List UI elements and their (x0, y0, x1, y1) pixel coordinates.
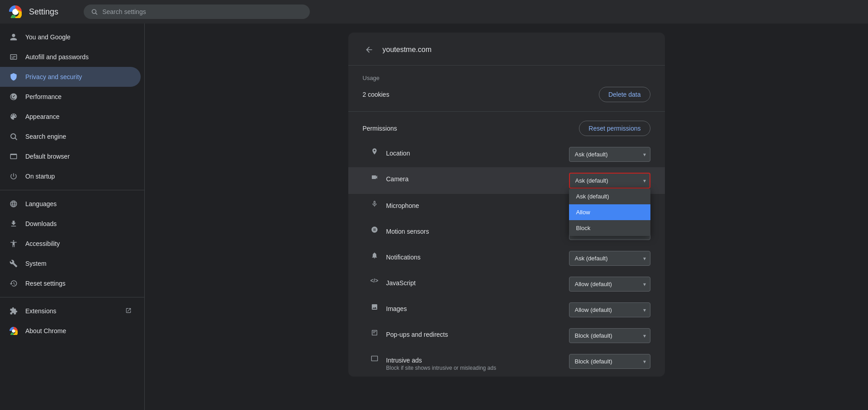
javascript-icon: </> (370, 278, 379, 284)
sidebar-item-privacy[interactable]: Privacy and security (0, 67, 141, 87)
site-name: youtestme.com (383, 46, 432, 54)
power-icon (9, 172, 18, 181)
usage-row: 2 cookies Delete data (363, 87, 650, 102)
camera-select[interactable]: Ask (default) Allow Block (569, 173, 650, 189)
sidebar-item-autofill[interactable]: Autofill and passwords (0, 47, 141, 67)
search-nav-icon (9, 132, 18, 141)
intrusive-ads-label-wrapper: Intrusive ads Block if site shows intrus… (386, 354, 562, 371)
svg-point-7 (12, 330, 14, 332)
permissions-header: Permissions Reset permissions (348, 112, 665, 141)
delete-data-button[interactable]: Delete data (599, 87, 650, 102)
svg-line-5 (15, 138, 17, 140)
location-select[interactable]: Ask (default) Allow Block (569, 147, 650, 162)
reset-permissions-button[interactable]: Reset permissions (579, 121, 650, 136)
badge-icon (9, 52, 18, 61)
search-input[interactable] (102, 8, 303, 15)
sidebar-label-privacy: Privacy and security (25, 73, 132, 80)
shield-icon (9, 72, 18, 81)
javascript-select[interactable]: Allow (default) Block (569, 277, 650, 292)
svg-line-3 (95, 13, 97, 14)
sidebar-item-appearance[interactable]: Appearance (0, 107, 141, 127)
sidebar-item-extensions[interactable]: Extensions (0, 301, 141, 321)
sidebar-label-default-browser: Default browser (25, 153, 132, 160)
svg-point-1 (14, 10, 17, 14)
popups-select-wrapper: Block (default) Allow ▾ (569, 328, 650, 343)
microphone-icon (370, 200, 379, 207)
camera-icon (370, 174, 379, 181)
download-icon (9, 219, 18, 228)
intrusive-ads-select[interactable]: Block (default) Allow (569, 354, 650, 369)
camera-dropdown: Ask (default) Allow Block (569, 189, 650, 236)
motion-sensors-label: Motion sensors (386, 225, 562, 235)
sidebar-item-accessibility[interactable]: Accessibility (0, 234, 141, 254)
sidebar-item-search-engine[interactable]: Search engine (0, 127, 141, 146)
permission-row-popups: Pop-ups and redirects Block (default) Al… (348, 323, 665, 349)
content-panel: youtestme.com Usage 2 cookies Delete dat… (348, 33, 665, 377)
permission-row-images: Images Allow (default) Block ▾ (348, 297, 665, 323)
sidebar-item-languages[interactable]: Languages (0, 194, 141, 214)
history-icon (9, 279, 18, 288)
back-button[interactable] (363, 43, 375, 56)
search-icon (91, 8, 98, 15)
location-icon (370, 148, 379, 155)
sidebar-item-on-startup[interactable]: On startup (0, 166, 141, 186)
person-icon (9, 33, 18, 42)
browser-icon (9, 152, 18, 161)
search-bar[interactable] (84, 5, 310, 19)
images-icon (370, 303, 379, 311)
sidebar-label-about-chrome: About Chrome (25, 327, 132, 335)
accessibility-icon (9, 239, 18, 248)
camera-option-allow[interactable]: Allow (569, 204, 650, 220)
sidebar-item-about-chrome[interactable]: About Chrome (0, 321, 141, 341)
cookies-text: 2 cookies (363, 91, 389, 98)
camera-option-block[interactable]: Block (569, 220, 650, 236)
notifications-select[interactable]: Ask (default) Allow Block (569, 251, 650, 266)
javascript-label: JavaScript (386, 277, 562, 287)
topbar: Settings (0, 0, 868, 24)
svg-point-2 (92, 9, 96, 14)
wrench-icon (9, 259, 18, 268)
motion-sensors-icon (370, 226, 379, 233)
sidebar-label-languages: Languages (25, 200, 132, 207)
sidebar-item-downloads[interactable]: Downloads (0, 214, 141, 234)
sidebar-label-search-engine: Search engine (25, 133, 132, 140)
images-label: Images (386, 302, 562, 312)
sidebar-label-you-and-google: You and Google (25, 33, 132, 41)
popups-label: Pop-ups and redirects (386, 328, 562, 338)
sidebar-label-system: System (25, 260, 132, 267)
sidebar: You and Google Autofill and passwords Pr… (0, 24, 145, 410)
sidebar-label-accessibility: Accessibility (25, 240, 132, 247)
sidebar-item-performance[interactable]: Performance (0, 87, 141, 107)
sidebar-label-extensions: Extensions (25, 307, 118, 315)
svg-point-4 (11, 134, 16, 139)
sidebar-item-reset[interactable]: Reset settings (0, 273, 141, 293)
sidebar-item-you-and-google[interactable]: You and Google (0, 27, 141, 47)
sidebar-divider-1 (0, 190, 144, 190)
sidebar-item-default-browser[interactable]: Default browser (0, 146, 141, 166)
permission-row-location: Location Ask (default) Allow Block ▾ (348, 141, 665, 167)
popups-select[interactable]: Block (default) Allow (569, 328, 650, 343)
permission-row-notifications: Notifications Ask (default) Allow Block … (348, 245, 665, 271)
permission-row-javascript: </> JavaScript Allow (default) Block ▾ (348, 271, 665, 297)
sidebar-item-system[interactable]: System (0, 254, 141, 273)
sidebar-label-downloads: Downloads (25, 220, 132, 227)
intrusive-ads-label: Intrusive ads (386, 357, 562, 364)
usage-section: Usage 2 cookies Delete data (348, 66, 665, 112)
notifications-label: Notifications (386, 251, 562, 261)
sidebar-label-on-startup: On startup (25, 173, 132, 180)
images-select-wrapper: Allow (default) Block ▾ (569, 302, 650, 317)
camera-option-ask[interactable]: Ask (default) (569, 189, 650, 204)
globe-icon (9, 199, 18, 208)
javascript-select-wrapper: Allow (default) Block ▾ (569, 277, 650, 292)
speed-icon (9, 92, 18, 101)
external-link-icon (125, 307, 132, 315)
chrome-nav-icon (9, 326, 18, 335)
images-select[interactable]: Allow (default) Block (569, 302, 650, 317)
usage-title: Usage (363, 75, 650, 81)
chrome-logo-icon (9, 5, 22, 18)
camera-select-wrapper[interactable]: Ask (default) Allow Block ▾ Ask (default… (569, 173, 650, 189)
camera-label: Camera (386, 173, 562, 183)
palette-icon (9, 112, 18, 121)
content-area: youtestme.com Usage 2 cookies Delete dat… (145, 24, 868, 410)
permissions-title: Permissions (363, 125, 397, 132)
